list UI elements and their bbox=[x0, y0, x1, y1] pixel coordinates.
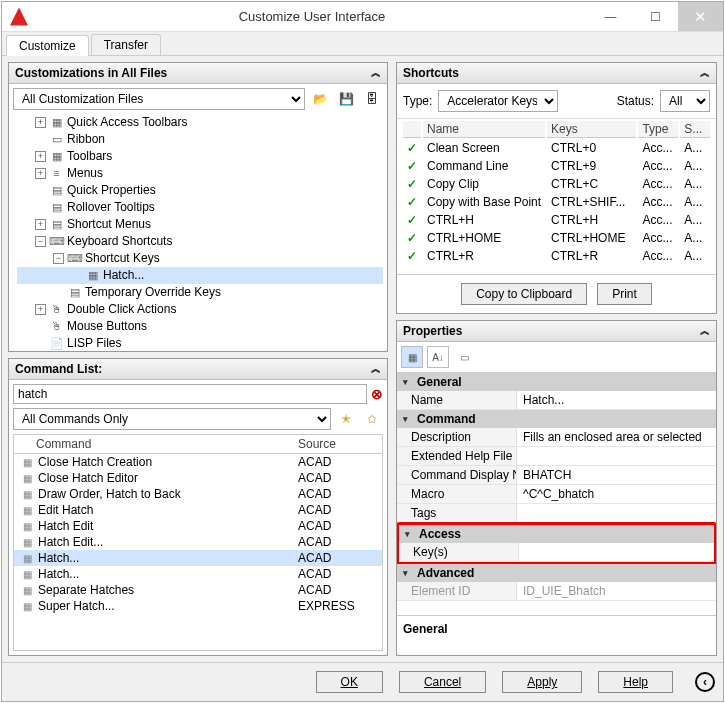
tree-shortcutkeys[interactable]: −⌨Shortcut Keys bbox=[17, 250, 383, 267]
group-advanced[interactable]: ▾Advanced bbox=[397, 564, 716, 582]
prop-row-desc[interactable]: DescriptionFills an enclosed area or sel… bbox=[397, 428, 716, 447]
copy-clipboard-button[interactable]: Copy to Clipboard bbox=[461, 283, 587, 305]
tree-ribbon[interactable]: ▭Ribbon bbox=[17, 131, 383, 148]
command-row[interactable]: ▦Close Hatch EditorACAD bbox=[14, 470, 382, 486]
status-label: Status: bbox=[617, 94, 654, 108]
group-command[interactable]: ▾Command bbox=[397, 410, 716, 428]
command-row[interactable]: ▦Hatch Edit...ACAD bbox=[14, 534, 382, 550]
tree-kbshortcuts[interactable]: −⌨Keyboard Shortcuts bbox=[17, 233, 383, 250]
col-src[interactable]: S... bbox=[680, 121, 710, 138]
tree-dblclick[interactable]: +🖱Double Click Actions bbox=[17, 301, 383, 318]
cmd-icon: ▦ bbox=[18, 535, 36, 549]
tree-tempoverride[interactable]: ▤Temporary Override Keys bbox=[17, 284, 383, 301]
cmd-icon: ▦ bbox=[18, 583, 36, 597]
tree-menus[interactable]: +≡Menus bbox=[17, 165, 383, 182]
check-icon: ✓ bbox=[403, 248, 421, 264]
shortcut-row[interactable]: ✓CTRL+HCTRL+HAcc...A... bbox=[403, 212, 710, 228]
check-icon: ✓ bbox=[403, 158, 421, 174]
check-icon: ✓ bbox=[403, 194, 421, 210]
check-icon: ✓ bbox=[403, 140, 421, 156]
prop-row-macro[interactable]: Macro^C^C_bhatch bbox=[397, 485, 716, 504]
group-general[interactable]: ▾General bbox=[397, 373, 716, 391]
command-row[interactable]: ▦Hatch...ACAD bbox=[14, 566, 382, 582]
shortcut-row[interactable]: ✓Command LineCTRL+9Acc...A... bbox=[403, 158, 710, 174]
prop-row-keys[interactable]: Key(s) bbox=[399, 543, 714, 562]
shortcut-row[interactable]: ✓Copy with Base PointCTRL+SHIF...Acc...A… bbox=[403, 194, 710, 210]
check-icon: ✓ bbox=[403, 176, 421, 192]
collapse-icon[interactable]: ︽ bbox=[700, 66, 710, 80]
tree-quickprops[interactable]: ▤Quick Properties bbox=[17, 182, 383, 199]
window-title: Customize User Interface bbox=[36, 9, 588, 24]
command-row[interactable]: ▦Hatch EditACAD bbox=[14, 518, 382, 534]
tree-shortcutmenus[interactable]: +▤Shortcut Menus bbox=[17, 216, 383, 233]
tree-mouse[interactable]: 🖱Mouse Buttons bbox=[17, 318, 383, 335]
shortcut-row[interactable]: ✓CTRL+RCTRL+RAcc...A... bbox=[403, 248, 710, 264]
tab-transfer[interactable]: Transfer bbox=[91, 34, 161, 55]
tree-lisp[interactable]: 📄LISP Files bbox=[17, 335, 383, 351]
tab-customize[interactable]: Customize bbox=[6, 35, 89, 56]
prop-row-exthelp[interactable]: Extended Help File bbox=[397, 447, 716, 466]
tree-qat[interactable]: +▦Quick Access Toolbars bbox=[17, 114, 383, 131]
command-row[interactable]: ▦Separate HatchesACAD bbox=[14, 582, 382, 598]
load-icon[interactable]: 📂 bbox=[309, 88, 331, 110]
prop-extra-icon: ▭ bbox=[453, 346, 475, 368]
app-icon bbox=[10, 8, 28, 26]
type-label: Type: bbox=[403, 94, 432, 108]
tree-hatch[interactable]: ▦Hatch... bbox=[17, 267, 383, 284]
cmd-icon: ▦ bbox=[18, 551, 36, 565]
collapse-icon[interactable]: ︽ bbox=[700, 324, 710, 338]
cmd-icon: ▦ bbox=[18, 567, 36, 581]
prop-row-name[interactable]: NameHatch... bbox=[397, 391, 716, 410]
command-search-input[interactable] bbox=[13, 384, 367, 404]
shortcut-row[interactable]: ✓CTRL+HOMECTRL+HOMEAcc...A... bbox=[403, 230, 710, 246]
collapse-icon[interactable]: ︽ bbox=[371, 362, 381, 376]
tree-rollover[interactable]: ▤Rollover Tooltips bbox=[17, 199, 383, 216]
ok-button[interactable]: OK bbox=[316, 671, 383, 693]
collapse-icon[interactable]: ︽ bbox=[371, 66, 381, 80]
cancel-button[interactable]: Cancel bbox=[399, 671, 486, 693]
col-keys[interactable]: Keys bbox=[547, 121, 636, 138]
shortcut-row[interactable]: ✓Clean ScreenCTRL+0Acc...A... bbox=[403, 140, 710, 156]
col-type[interactable]: Type bbox=[638, 121, 678, 138]
cmd-icon: ▦ bbox=[18, 487, 36, 501]
maximize-button[interactable]: ☐ bbox=[633, 2, 678, 31]
cmd-icon: ▦ bbox=[18, 503, 36, 517]
col-source[interactable]: Source bbox=[298, 437, 378, 451]
clear-search-icon[interactable]: ⊗ bbox=[371, 386, 383, 402]
group-access[interactable]: ▾Access bbox=[399, 525, 714, 543]
shortcut-type-select[interactable]: Accelerator Keys bbox=[438, 90, 558, 112]
minimize-button[interactable]: — bbox=[588, 2, 633, 31]
categorized-icon[interactable]: ▦ bbox=[401, 346, 423, 368]
back-icon[interactable]: ‹ bbox=[695, 672, 715, 692]
commandlist-title: Command List: bbox=[15, 362, 102, 376]
col-name[interactable]: Name bbox=[423, 121, 545, 138]
find-icon[interactable]: ✭ bbox=[335, 408, 357, 430]
command-row[interactable]: ▦Edit HatchACAD bbox=[14, 502, 382, 518]
alphabetic-icon[interactable]: A↓ bbox=[427, 346, 449, 368]
new-command-icon[interactable]: ✩ bbox=[361, 408, 383, 430]
cmd-icon: ▦ bbox=[18, 519, 36, 533]
shortcut-row[interactable]: ✓Copy ClipCTRL+CAcc...A... bbox=[403, 176, 710, 192]
print-button[interactable]: Print bbox=[597, 283, 652, 305]
command-row[interactable]: ▦Draw Order, Hatch to BackACAD bbox=[14, 486, 382, 502]
tree-toolbars[interactable]: +▦Toolbars bbox=[17, 148, 383, 165]
shortcuts-title: Shortcuts bbox=[403, 66, 459, 80]
close-button[interactable]: ✕ bbox=[678, 2, 723, 31]
command-filter-select[interactable]: All Commands Only bbox=[13, 408, 331, 430]
customization-file-select[interactable]: All Customization Files bbox=[13, 88, 305, 110]
prop-row-elemid[interactable]: Element IDID_UIE_Bhatch bbox=[397, 582, 716, 601]
saveall-icon[interactable]: 🗄 bbox=[361, 88, 383, 110]
shortcut-status-select[interactable]: All bbox=[660, 90, 710, 112]
col-command[interactable]: Command bbox=[36, 437, 298, 451]
prop-row-cmddisp[interactable]: Command Display NameBHATCH bbox=[397, 466, 716, 485]
command-row[interactable]: ▦Close Hatch CreationACAD bbox=[14, 454, 382, 470]
help-button[interactable]: Help bbox=[598, 671, 673, 693]
prop-row-tags[interactable]: Tags bbox=[397, 504, 716, 523]
check-icon: ✓ bbox=[403, 230, 421, 246]
check-icon: ✓ bbox=[403, 212, 421, 228]
apply-button[interactable]: Apply bbox=[502, 671, 582, 693]
command-row[interactable]: ▦Super Hatch...EXPRESS bbox=[14, 598, 382, 614]
cmd-icon: ▦ bbox=[18, 455, 36, 469]
command-row[interactable]: ▦Hatch...ACAD bbox=[14, 550, 382, 566]
save-icon[interactable]: 💾 bbox=[335, 88, 357, 110]
